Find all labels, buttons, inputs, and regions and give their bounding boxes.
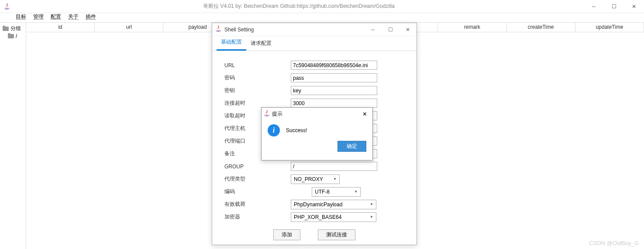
select-cryption[interactable]: PHP_XOR_BASE64 [291,212,376,222]
tree-group[interactable]: 分组 [2,24,24,33]
window-title: 哥斯拉 V4.01 by: BeichenDream Github:https:… [14,3,584,10]
info-icon: i [268,124,280,136]
alert-message: Success! [286,127,307,133]
dialog-close-button[interactable]: ✕ [399,23,417,36]
alert-close-button[interactable]: ✕ [358,111,371,117]
col-remark[interactable]: remark [438,23,506,32]
select-proxy-type[interactable]: NO_PROXY [291,174,340,184]
dialog-maximize-button[interactable]: ☐ [382,23,399,36]
input-url[interactable] [291,61,377,70]
folder-icon [8,34,14,38]
label-conn-timeout: 连接超时 [224,99,291,107]
menubar: 目标 管理 配置 关于 插件 [0,13,644,23]
col-updatetime[interactable]: updateTime [575,23,644,32]
menu-manage[interactable]: 管理 [31,12,46,21]
close-button[interactable]: ✕ [624,0,644,13]
input-password[interactable] [291,73,377,82]
label-key: 密钥 [224,87,291,94]
col-id[interactable]: id [26,23,95,32]
alert-dialog: 提示 ✕ i Success! 确定 [261,107,373,160]
menu-plugin[interactable]: 插件 [83,12,99,21]
input-key[interactable] [291,86,377,95]
tab-basic[interactable]: 基础配置 [217,35,246,51]
watermark: CSDN @OidBoy_G [589,240,639,246]
label-group: GROUP [224,164,291,170]
col-createtime[interactable]: createTime [507,23,575,32]
folder-icon [3,27,9,31]
java-icon [3,3,10,10]
label-password: 密码 [224,74,291,82]
sidebar: 分组 / [0,23,26,249]
minimize-button[interactable]: ─ [584,0,604,13]
label-encoding: 编码 [224,188,312,195]
add-button[interactable]: 添加 [273,229,300,240]
tree-group-label: 分组 [10,25,21,32]
java-icon [263,110,270,118]
alert-title: 提示 [272,110,282,118]
input-conn-timeout[interactable] [291,99,377,108]
select-encoding[interactable]: UTF-8 [312,187,361,197]
select-payload[interactable]: PhpDynamicPayload [291,200,376,209]
main-titlebar: 哥斯拉 V4.01 by: BeichenDream Github:https:… [0,0,644,13]
menu-config[interactable]: 配置 [48,12,64,21]
label-proxy-type: 代理类型 [224,175,291,183]
menu-target[interactable]: 目标 [13,12,29,21]
label-url: URL [224,62,291,68]
label-payload: 有效载荷 [224,201,291,208]
menu-about[interactable]: 关于 [65,12,81,21]
tree-root-label: / [16,33,17,39]
java-icon [215,25,222,34]
dialog-titlebar: Shell Setting ─ ☐ ✕ [212,23,417,36]
alert-ok-button[interactable]: 确定 [337,141,366,152]
col-url[interactable]: url [95,23,163,32]
input-group[interactable] [291,162,377,171]
dialog-minimize-button[interactable]: ─ [364,23,382,36]
dialog-tabs: 基础配置 请求配置 [212,36,417,51]
maximize-button[interactable]: ☐ [604,0,624,13]
dialog-title: Shell Setting [224,27,254,33]
tab-request[interactable]: 请求配置 [246,36,276,51]
test-connection-button[interactable]: 测试连接 [318,229,355,240]
tree-root[interactable]: / [2,33,24,40]
label-cryption: 加密器 [224,213,291,221]
